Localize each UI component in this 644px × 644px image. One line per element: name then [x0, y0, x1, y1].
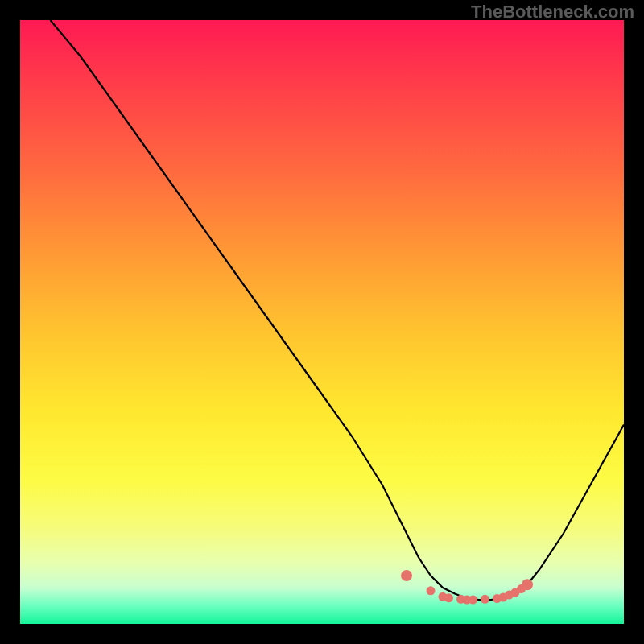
chart-plot-area	[20, 20, 624, 624]
marker-dot	[522, 579, 533, 590]
watermark-text: TheBottleneck.com	[471, 2, 634, 23]
marker-dot	[469, 596, 477, 605]
chart-svg	[20, 20, 624, 624]
optimal-range-markers	[401, 570, 533, 605]
marker-dot	[427, 586, 436, 595]
marker-dot	[401, 570, 412, 581]
marker-dot	[481, 595, 489, 604]
marker-dot	[444, 593, 453, 602]
bottleneck-curve-line	[51, 20, 625, 600]
